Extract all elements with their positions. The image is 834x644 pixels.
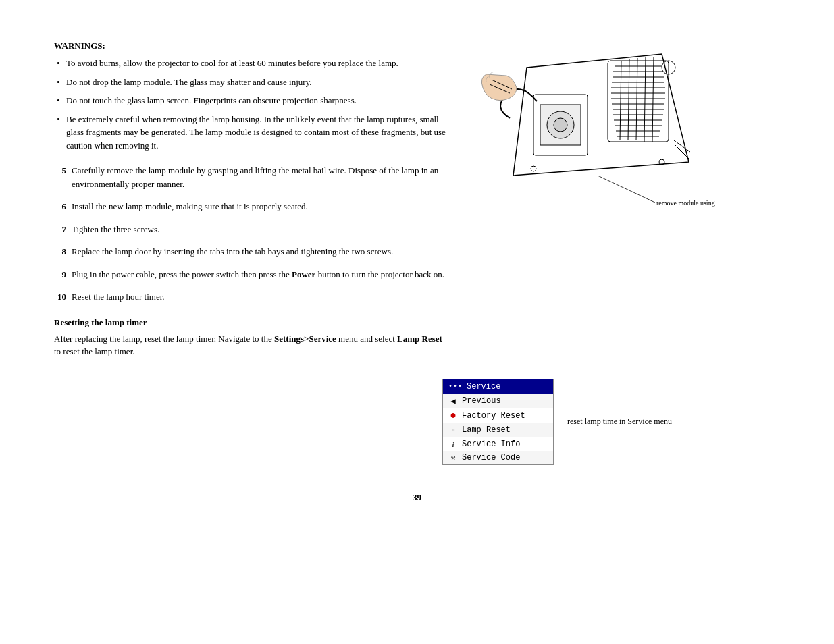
step-text: Install the new lamp module, making sure… xyxy=(72,200,446,213)
svg-line-18 xyxy=(644,57,646,142)
svg-point-27 xyxy=(531,166,536,171)
lamp-icon: ⚬ xyxy=(448,425,458,435)
step-number: 8 xyxy=(54,245,66,259)
projector-illustration: remove module using bail wire xyxy=(473,41,716,236)
red-dot-icon: ● xyxy=(448,410,458,421)
list-item: To avoid burns, allow the projector to c… xyxy=(54,57,446,70)
svg-line-19 xyxy=(652,57,654,142)
reset-label: reset lamp time in Service menu xyxy=(567,417,672,427)
step-text: Reset the lamp hour timer. xyxy=(72,290,446,304)
resetting-text-mid: menu and select xyxy=(336,333,397,344)
bold-lamp-reset: Lamp Reset xyxy=(397,333,442,344)
list-item: Do not drop the lamp module. The glass m… xyxy=(54,76,446,89)
wrench-icon: ⚒ xyxy=(448,453,458,462)
menu-item-factory-reset: ● Factory Reset xyxy=(443,408,553,423)
bottom-left-spacer xyxy=(54,372,415,465)
step-8: 8 Replace the lamp door by inserting the… xyxy=(54,245,446,259)
bold-power: Power xyxy=(292,269,315,279)
info-icon: i xyxy=(448,440,458,448)
menu-dots-icon: ••• xyxy=(448,383,463,390)
resetting-heading: Resetting the lamp timer xyxy=(54,317,446,328)
page-number: 39 xyxy=(54,492,780,503)
list-item: Be extremely careful when removing the l… xyxy=(54,113,446,153)
menu-item-label: Service Info xyxy=(462,439,520,449)
resetting-text-before: After replacing the lamp, reset the lamp… xyxy=(54,333,274,344)
warnings-list: To avoid burns, allow the projector to c… xyxy=(54,57,446,152)
menu-item-previous: ◀ Previous xyxy=(443,394,553,408)
step-text: Tighten the three screws. xyxy=(72,223,446,236)
menu-item-label: Previous xyxy=(462,396,501,406)
page: WARNINGS: To avoid burns, allow the proj… xyxy=(0,0,834,644)
step-number: 10 xyxy=(54,290,66,304)
menu-item-label: Lamp Reset xyxy=(462,425,511,435)
service-menu-title: Service xyxy=(467,382,500,392)
step-number: 7 xyxy=(54,223,66,236)
step-text: Plug in the power cable, press the power… xyxy=(72,268,446,281)
list-item: Do not touch the glass lamp screen. Fing… xyxy=(54,94,446,107)
step-6: 6 Install the new lamp module, making su… xyxy=(54,200,446,213)
svg-rect-0 xyxy=(608,61,669,142)
service-menu-wrapper: ••• Service ◀ Previous ● Factory Reset ⚬… xyxy=(442,379,554,465)
bold-settings: Settings>Service xyxy=(274,333,336,344)
step-number: 5 xyxy=(54,164,66,190)
step-7: 7 Tighten the three screws. xyxy=(54,223,446,236)
service-menu-header: ••• Service xyxy=(443,379,553,394)
arrow-left-icon: ◀ xyxy=(448,396,458,406)
service-menu: ••• Service ◀ Previous ● Factory Reset ⚬… xyxy=(442,379,554,465)
step-10: 10 Reset the lamp hour timer. xyxy=(54,290,446,304)
menu-item-lamp-reset: ⚬ Lamp Reset xyxy=(443,423,553,437)
step-5: 5 Carefully remove the lamp module by gr… xyxy=(54,164,446,190)
diagram-caption: remove module using bail wire xyxy=(656,199,716,207)
left-column: WARNINGS: To avoid burns, allow the proj… xyxy=(54,41,446,358)
bottom-section: ••• Service ◀ Previous ● Factory Reset ⚬… xyxy=(54,372,780,465)
step-text: Carefully remove the lamp module by gras… xyxy=(72,164,446,190)
numbered-steps: 5 Carefully remove the lamp module by gr… xyxy=(54,164,446,304)
menu-item-label: Factory Reset xyxy=(462,411,525,421)
svg-line-17 xyxy=(636,58,637,140)
step-9: 9 Plug in the power cable, press the pow… xyxy=(54,268,446,281)
right-column: remove module using bail wire xyxy=(473,41,729,358)
resetting-text-after: to reset the lamp timer. xyxy=(54,346,135,356)
svg-line-15 xyxy=(620,61,621,140)
step-text: Replace the lamp door by inserting the t… xyxy=(72,245,446,259)
menu-item-label: Service Code xyxy=(462,453,520,462)
projector-diagram: remove module using bail wire xyxy=(473,41,729,243)
content-area: WARNINGS: To avoid burns, allow the proj… xyxy=(54,41,780,358)
step-number: 9 xyxy=(54,268,66,281)
bottom-right: ••• Service ◀ Previous ● Factory Reset ⚬… xyxy=(442,379,780,465)
svg-line-31 xyxy=(598,176,655,203)
menu-item-service-info: i Service Info xyxy=(443,437,553,451)
warnings-title: WARNINGS: xyxy=(54,41,446,51)
menu-item-service-code: ⚒ Service Code xyxy=(443,451,553,464)
resetting-body: After replacing the lamp, reset the lamp… xyxy=(54,332,446,358)
svg-point-23 xyxy=(554,118,567,132)
step-number: 6 xyxy=(54,200,66,213)
